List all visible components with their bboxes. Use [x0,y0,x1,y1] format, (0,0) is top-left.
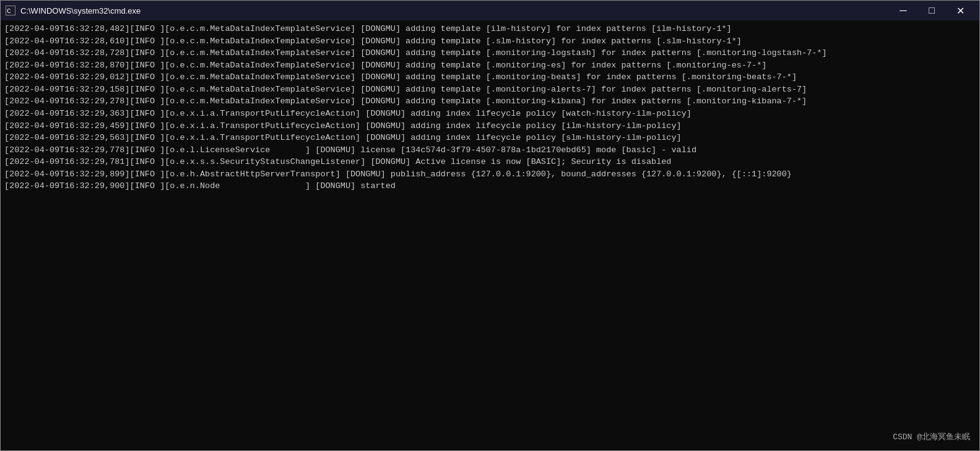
minimize-button[interactable]: ─ [889,1,917,20]
maximize-button[interactable]: □ [917,1,946,20]
watermark: CSDN @北海冥鱼未眠 [893,431,970,442]
window-controls[interactable]: ─ □ ✕ [889,1,974,20]
svg-text:C: C [7,7,11,15]
close-button[interactable]: ✕ [946,1,974,20]
title-bar: C C:\WINDOWS\system32\cmd.exe ─ □ ✕ [1,1,979,20]
cmd-icon: C [6,6,15,15]
console-output: [2022-04-09T16:32:28,482][INFO ][o.e.c.m… [1,20,979,450]
window-title: C:\WINDOWS\system32\cmd.exe [20,6,141,15]
cmd-window: C C:\WINDOWS\system32\cmd.exe ─ □ ✕ [202… [0,0,980,451]
title-bar-left: C C:\WINDOWS\system32\cmd.exe [6,6,141,15]
